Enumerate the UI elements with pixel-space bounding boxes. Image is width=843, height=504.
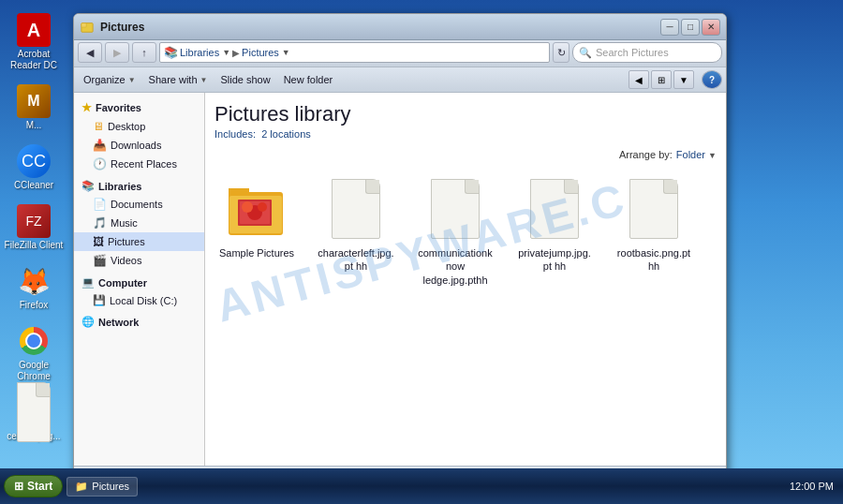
desktop-icon-chrome[interactable]: Google Chrome: [2, 320, 66, 386]
network-header[interactable]: 🌐 Network: [74, 313, 204, 331]
new-folder-button[interactable]: New folder: [278, 69, 339, 90]
chrome-label: Google Chrome: [4, 360, 64, 382]
action-toolbar: Organize ▼ Share with ▼ Slide show New f…: [74, 67, 726, 93]
nav-documents[interactable]: 📄 Documents: [74, 195, 204, 214]
nav-recent[interactable]: 🕐 Recent Places: [74, 155, 204, 173]
file-item-sample-pictures[interactable]: Sample Pictures: [214, 171, 299, 290]
view-toggle-button[interactable]: ⊞: [651, 70, 672, 89]
acrobat-label: Acrobat Reader DC: [4, 49, 64, 71]
organize-button[interactable]: Organize ▼: [78, 69, 141, 90]
documents-nav-icon: 📄: [93, 198, 107, 211]
nav-desktop[interactable]: 🖥 Desktop: [74, 117, 204, 136]
favorites-header[interactable]: ★ Favorites: [74, 98, 204, 117]
nav-videos-label: Videos: [111, 255, 141, 266]
taskbar-explorer-item[interactable]: 📁 Pictures: [67, 477, 138, 497]
up-button[interactable]: ↑: [132, 42, 156, 63]
desktop-icon-celllaw[interactable]: celllaw.png...: [2, 392, 66, 446]
sample-pictures-icon: [227, 175, 287, 243]
addr-libraries-dropdown[interactable]: ▼: [222, 48, 230, 57]
file-grid: Sample Pictures characterleft.jpg.pt hh: [214, 171, 717, 290]
file-area: Pictures library Includes: 2 locations A…: [205, 93, 726, 466]
desktop-icon-ccleaner[interactable]: CC CCleaner: [2, 141, 66, 195]
back-button[interactable]: ◀: [78, 42, 102, 63]
nav-local-disk[interactable]: 💾 Local Disk (C:): [74, 291, 204, 309]
desktop-icon-firefox[interactable]: 🦊 Firefox: [2, 260, 66, 315]
privatejump-label: privatejump.jpg.pt hh: [516, 246, 593, 274]
communicationknow-label: communicationknow ledge.jpg.pthh: [417, 246, 494, 287]
nav-panel: ★ Favorites 🖥 Desktop 📥 Downloads 🕐 Rece…: [74, 93, 205, 466]
libraries-header[interactable]: 📚 Libraries: [74, 177, 204, 195]
arrange-dropdown[interactable]: Folder ▼: [676, 149, 717, 160]
close-button[interactable]: ✕: [702, 19, 720, 36]
nav-pictures[interactable]: 🖼 Pictures: [74, 232, 204, 251]
search-box[interactable]: 🔍 Search Pictures: [572, 42, 722, 63]
favorites-star-icon: ★: [81, 101, 92, 114]
address-bar-row: ◀ ▶ ↑ 📚 Libraries ▼ ▶ Pictures ▼ ↻ 🔍: [78, 42, 722, 63]
addr-pictures[interactable]: Pictures: [242, 47, 279, 58]
acrobat-icon: A: [17, 13, 51, 47]
explorer-window: Pictures ─ □ ✕ ◀ ▶ ↑ 📚 Libraries ▼ ▶: [73, 13, 727, 497]
taskbar-right: 12:00 PM: [790, 481, 839, 492]
addr-libraries[interactable]: Libraries: [180, 47, 219, 58]
start-label: Start: [27, 480, 52, 493]
minimize-button[interactable]: ─: [660, 19, 679, 36]
arrange-label: Arrange by:: [619, 149, 673, 160]
address-breadcrumb: 📚 Libraries ▼ ▶ Pictures ▼: [164, 46, 290, 59]
arrange-value: Folder: [676, 149, 705, 160]
computer-label: Computer: [98, 277, 147, 289]
includes-label: Includes:: [214, 128, 256, 140]
view-buttons: ◀ ⊞ ▼ ?: [629, 70, 722, 89]
file-item-privatejump[interactable]: privatejump.jpg.pt hh: [512, 171, 597, 290]
computer-section: 💻 Computer 💾 Local Disk (C:): [74, 274, 204, 309]
share-dropdown-icon: ▼: [200, 76, 208, 84]
music-nav-icon: 🎵: [93, 216, 107, 230]
address-field[interactable]: 📚 Libraries ▼ ▶ Pictures ▼: [159, 42, 550, 63]
desktop-icon-m[interactable]: M M...: [2, 81, 66, 135]
forward-button[interactable]: ▶: [105, 42, 129, 63]
maximize-button[interactable]: □: [681, 19, 700, 36]
nav-downloads-label: Downloads: [111, 140, 161, 151]
svg-rect-1: [81, 22, 86, 26]
favorites-section: ★ Favorites 🖥 Desktop 📥 Downloads 🕐 Rece…: [74, 98, 204, 173]
addr-pictures-dropdown[interactable]: ▼: [282, 48, 290, 57]
libraries-section: 📚 Libraries 📄 Documents 🎵 Music 🖼 Pictur…: [74, 177, 204, 270]
recent-nav-icon: 🕐: [93, 157, 107, 170]
view-dropdown-button[interactable]: ▼: [673, 70, 694, 89]
computer-header[interactable]: 💻 Computer: [74, 274, 204, 291]
start-orb-icon: ⊞: [14, 480, 23, 493]
start-button[interactable]: ⊞ Start: [4, 475, 63, 497]
desktop-icon-filezilla[interactable]: FZ FileZilla Client: [2, 200, 66, 255]
ccleaner-icon: CC: [17, 144, 51, 178]
desktop: A Acrobat Reader DC M M... CC CCleaner F…: [0, 0, 843, 504]
file-item-communicationknow[interactable]: communicationknow ledge.jpg.pthh: [413, 171, 497, 290]
search-input[interactable]: Search Pictures: [596, 47, 716, 58]
nav-downloads[interactable]: 📥 Downloads: [74, 136, 204, 155]
window-controls: ─ □ ✕: [660, 19, 720, 36]
search-glass-icon: 🔍: [579, 47, 592, 59]
communicationknow-icon: [425, 175, 485, 243]
share-with-button[interactable]: Share with ▼: [143, 69, 214, 90]
desktop-icons: A Acrobat Reader DC M M... CC CCleaner F…: [0, 9, 67, 446]
libraries-nav-icon: 📚: [81, 180, 95, 192]
characterleft-icon: [326, 175, 386, 243]
rootbasic-label: rootbasic.png.pthh: [615, 246, 692, 274]
help-button[interactable]: ?: [702, 70, 722, 89]
pictures-nav-icon: 🖼: [93, 235, 104, 248]
newfolder-label: New folder: [284, 74, 333, 85]
desktop-icon-acrobat[interactable]: A Acrobat Reader DC: [2, 9, 66, 75]
file-item-characterleft[interactable]: characterleft.jpg.pt hh: [314, 171, 398, 290]
nav-music[interactable]: 🎵 Music: [74, 214, 204, 232]
organize-label: Organize: [83, 74, 126, 85]
taskbar-folder-icon: 📁: [75, 481, 88, 493]
libraries-label: Libraries: [98, 181, 141, 192]
ccleaner-label: CCleaner: [14, 180, 53, 191]
filezilla-label: FileZilla Client: [5, 240, 64, 251]
file-item-rootbasic[interactable]: rootbasic.png.pthh: [612, 171, 696, 290]
m-label: M...: [26, 120, 42, 131]
toolbar-area: ◀ ▶ ↑ 📚 Libraries ▼ ▶ Pictures ▼ ↻ 🔍: [74, 40, 726, 67]
includes-count[interactable]: 2 locations: [261, 128, 311, 140]
slideshow-button[interactable]: Slide show: [214, 69, 275, 90]
prev-view-button[interactable]: ◀: [629, 70, 649, 89]
nav-videos[interactable]: 🎬 Videos: [74, 251, 204, 270]
refresh-button[interactable]: ↻: [553, 42, 569, 63]
